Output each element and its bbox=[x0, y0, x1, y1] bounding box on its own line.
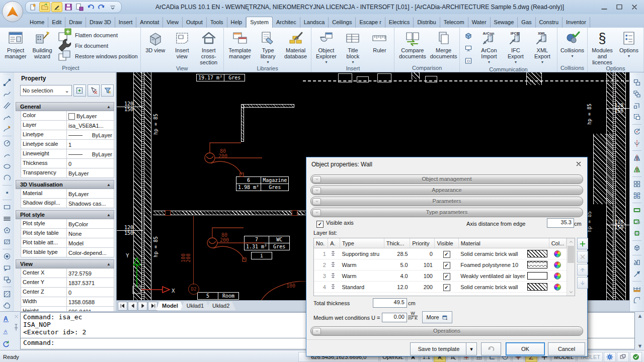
tab-view[interactable]: View bbox=[163, 17, 183, 28]
tool-draw-multiline[interactable] bbox=[1, 213, 13, 224]
tool-draw-polyline[interactable] bbox=[1, 112, 13, 123]
property-value[interactable]: ByLayer bbox=[67, 149, 114, 158]
tool-edit-mirror-hatch[interactable] bbox=[631, 164, 643, 175]
cmd-text-window-icon[interactable]: A bbox=[0, 313, 12, 324]
tab-sewage[interactable]: Sewage bbox=[491, 17, 518, 28]
dboard-icon[interactable]: D bbox=[462, 55, 474, 66]
ribbon-item-restore-windows-position[interactable]: Restore windows position bbox=[57, 52, 138, 60]
layer-color-icon[interactable] bbox=[549, 259, 566, 270]
section-appearance[interactable]: Appearance bbox=[310, 186, 583, 195]
pin-icon[interactable] bbox=[12, 323, 20, 332]
tool-draw-ellipse[interactable] bbox=[1, 161, 13, 172]
nav-first-icon[interactable] bbox=[118, 302, 127, 311]
layer-row[interactable]: 1Supporting stru28.50✓Solid ceramic bric… bbox=[314, 248, 567, 259]
tool-edit-move[interactable] bbox=[631, 100, 643, 111]
ribbon-item-title-block[interactable]: Title block▾ bbox=[340, 28, 366, 65]
dialog-title-bar[interactable]: Object properties: Wall bbox=[306, 157, 587, 171]
ribbon-item-compare-documents[interactable]: Compare documents bbox=[396, 28, 429, 65]
layer-up-icon[interactable] bbox=[577, 264, 588, 276]
qat-menu-icon[interactable] bbox=[108, 3, 118, 12]
tab-architec[interactable]: Architec bbox=[273, 17, 300, 28]
property-value[interactable]: ByLayer bbox=[67, 111, 114, 120]
save-to-template-button[interactable]: Save to template bbox=[410, 342, 467, 355]
cancel-button[interactable]: Cancel bbox=[548, 342, 585, 355]
property-value[interactable]: Shadows cas... bbox=[67, 199, 114, 208]
minimize-icon[interactable] bbox=[598, 3, 611, 12]
ribbon-item-template-manager[interactable]: Template manager bbox=[225, 28, 255, 65]
tool-edit-mirror[interactable] bbox=[631, 152, 643, 163]
nav-prev-icon[interactable] bbox=[128, 302, 137, 311]
new-drawing-icon[interactable] bbox=[28, 3, 38, 12]
tool-edit-array[interactable] bbox=[631, 178, 643, 190]
tool-draw-shapes[interactable] bbox=[1, 274, 13, 285]
tool-draw-double-line[interactable] bbox=[1, 100, 13, 111]
tab-inventor[interactable]: Inventor bbox=[562, 17, 590, 28]
property-value[interactable]: ByLayer bbox=[67, 168, 114, 177]
tool-edit-fillet[interactable] bbox=[631, 295, 643, 306]
arcadia-logo-icon[interactable] bbox=[2, 1, 23, 22]
tool-draw-point[interactable] bbox=[1, 187, 13, 198]
layer-visible-checkbox[interactable]: ✓ bbox=[435, 270, 458, 282]
layer-color-icon[interactable] bbox=[549, 248, 566, 259]
tab-system[interactable]: System bbox=[246, 17, 273, 28]
cmd-text-small-icon[interactable]: A bbox=[0, 326, 12, 337]
property-section-header[interactable]: 3D Visualisation▲ bbox=[16, 180, 114, 189]
tab-edit[interactable]: Edit bbox=[48, 17, 65, 28]
property-value[interactable]: Model bbox=[67, 238, 114, 247]
save-as-icon[interactable] bbox=[74, 3, 85, 12]
ribbon-item-collisions[interactable]: Collisions▾ bbox=[559, 28, 586, 65]
tool-draw-circle[interactable] bbox=[1, 138, 13, 149]
tool-edit-scale-frame[interactable] bbox=[631, 216, 643, 227]
filter-icon[interactable] bbox=[101, 84, 114, 97]
dialog-close-icon[interactable] bbox=[575, 160, 582, 169]
ribbon-item-insert-view[interactable]: Insert view bbox=[169, 28, 195, 65]
scroll-down-icon[interactable] bbox=[567, 289, 575, 296]
nav-next-icon[interactable] bbox=[138, 302, 147, 311]
tool-edit-scale-reference[interactable] bbox=[631, 257, 643, 268]
property-value[interactable]: 1 bbox=[67, 140, 114, 149]
open-drawing-icon[interactable] bbox=[39, 2, 50, 12]
tool-draw-spline[interactable] bbox=[1, 88, 13, 100]
property-value[interactable]: Color-depend... bbox=[67, 248, 114, 257]
tab-telecom[interactable]: Telecom bbox=[440, 17, 468, 28]
tab-home[interactable]: Home bbox=[26, 17, 48, 28]
layer-column-header[interactable]: Visible bbox=[435, 238, 458, 248]
tool-edit-measure[interactable] bbox=[631, 268, 643, 280]
tab-escape-r[interactable]: Escape r bbox=[356, 17, 385, 28]
layer-visible-checkbox[interactable]: ✓ bbox=[435, 248, 458, 259]
status-ok-icon[interactable] bbox=[630, 352, 642, 362]
ribbon-item-options[interactable]: Options▾ bbox=[616, 28, 642, 65]
tab-electrics[interactable]: Electrics bbox=[385, 17, 414, 28]
tool-edit-stretch[interactable] bbox=[631, 205, 643, 216]
property-value[interactable]: isa_V5E8A1... bbox=[67, 121, 114, 130]
layer-column-header[interactable]: Material bbox=[458, 238, 549, 248]
property-section-header[interactable]: General▲ bbox=[16, 102, 114, 111]
add-layer-icon[interactable] bbox=[577, 238, 588, 249]
dialog-undo-icon[interactable] bbox=[481, 342, 501, 355]
layer-visible-checkbox[interactable]: ✓ bbox=[435, 282, 458, 293]
tool-edit-dimension[interactable] bbox=[631, 283, 643, 294]
tab-draw-3d[interactable]: Draw 3D bbox=[86, 17, 115, 28]
ribbon-item-xml-export[interactable]: XMLXML Export▾ bbox=[529, 28, 555, 66]
tool-edit-paste-special[interactable] bbox=[631, 112, 643, 123]
settings-gear-icon[interactable] bbox=[604, 352, 616, 362]
sheet-tab-układ1[interactable]: Układ1 bbox=[181, 302, 210, 310]
property-value[interactable]: 372.5759 bbox=[67, 268, 114, 278]
tool-edit-rotate-reference[interactable] bbox=[631, 138, 643, 149]
tab-annotat[interactable]: Annotat bbox=[136, 17, 163, 28]
presentation-icon[interactable] bbox=[462, 43, 474, 54]
medium-wet-input[interactable]: 0.00 bbox=[382, 313, 407, 322]
ribbon-item-type-library[interactable]: Type library▾ bbox=[255, 28, 281, 65]
layer-table-scrollbar[interactable] bbox=[567, 238, 575, 296]
tab-distribu[interactable]: Distribu bbox=[414, 17, 440, 28]
ribbon-item-insert-cross-section[interactable]: Insert cross-section bbox=[196, 28, 222, 65]
package-icon[interactable] bbox=[462, 30, 474, 41]
section-type-parameters[interactable]: Type parameters bbox=[310, 208, 583, 217]
ribbon-item-object-explorer[interactable]: Object Explorer▾ bbox=[313, 28, 339, 65]
ribbon-item-arcon-import[interactable]: ArConArCon Import▾ bbox=[476, 28, 502, 66]
tab-landsca[interactable]: Landsca bbox=[300, 17, 329, 28]
property-value[interactable]: 0 bbox=[67, 159, 114, 168]
property-section-header[interactable]: Plot style▲ bbox=[16, 210, 114, 219]
property-value[interactable]: None bbox=[67, 229, 114, 238]
close-icon[interactable] bbox=[14, 314, 19, 320]
